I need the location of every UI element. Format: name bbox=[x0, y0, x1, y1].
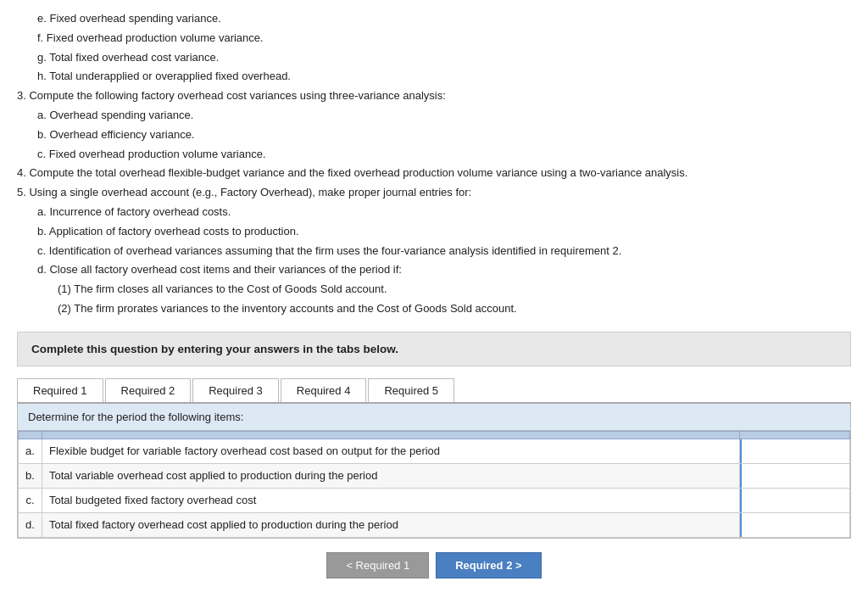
complete-question-banner: Complete this question by entering your … bbox=[17, 332, 851, 366]
row-input-cell-2[interactable] bbox=[740, 488, 850, 512]
instr-line-5a: a. Incurrence of factory overhead costs. bbox=[17, 204, 851, 221]
row-input-cell-0[interactable] bbox=[740, 439, 850, 463]
instr-line-h: h. Total underapplied or overapplied fix… bbox=[17, 68, 851, 86]
navigation-bar: < Required 1 Required 2 > bbox=[17, 552, 851, 578]
row-letter-3: d. bbox=[19, 512, 42, 537]
tab-content-area: Determine for the period the following i… bbox=[17, 404, 851, 539]
banner-text: Complete this question by entering your … bbox=[31, 343, 398, 355]
instr-line-g: g. Total fixed overhead cost variance. bbox=[17, 49, 851, 67]
row-letter-1: b. bbox=[19, 463, 42, 488]
instr-line-5c: c. Identification of overhead variances … bbox=[17, 243, 851, 260]
instr-line-3c: c. Fixed overhead production volume vari… bbox=[17, 146, 851, 164]
table-row: c.Total budgeted fixed factory overhead … bbox=[19, 488, 850, 512]
col-header-description bbox=[42, 431, 740, 439]
prev-button[interactable]: < Required 1 bbox=[326, 552, 429, 578]
data-table-area: a.Flexible budget for variable factory o… bbox=[18, 431, 850, 538]
instr-line-5d: d. Close all factory overhead cost items… bbox=[17, 261, 851, 279]
instr-line-5d2: (2) The firm prorates variances to the i… bbox=[17, 300, 851, 318]
row-input-3[interactable] bbox=[740, 513, 849, 537]
instr-line-5b: b. Application of factory overhead costs… bbox=[17, 223, 851, 241]
instr-line-3a: a. Overhead spending variance. bbox=[17, 107, 851, 125]
instr-line-4: 4. Compute the total overhead flexible-b… bbox=[17, 165, 851, 182]
tab-required-3[interactable]: Required 3 bbox=[192, 378, 279, 402]
row-letter-2: c. bbox=[19, 488, 42, 512]
instr-line-3: 3. Compute the following factory overhea… bbox=[17, 87, 851, 105]
row-label-2: Total budgeted fixed factory overhead co… bbox=[42, 488, 740, 512]
instr-line-f: f. Fixed overhead production volume vari… bbox=[17, 30, 851, 48]
instr-line-5d1: (1) The firm closes all variances to the… bbox=[17, 281, 851, 299]
instr-line-5: 5. Using a single overhead account (e.g.… bbox=[17, 184, 851, 202]
main-table: a.Flexible budget for variable factory o… bbox=[18, 431, 850, 538]
row-label-0: Flexible budget for variable factory ove… bbox=[42, 439, 740, 463]
row-input-2[interactable] bbox=[740, 489, 849, 512]
row-input-cell-1[interactable] bbox=[740, 463, 850, 488]
col-header-letter bbox=[19, 431, 42, 439]
row-label-3: Total fixed factory overhead cost applie… bbox=[42, 512, 740, 537]
tab-description-text: Determine for the period the following i… bbox=[28, 411, 243, 423]
row-input-1[interactable] bbox=[740, 464, 849, 488]
instr-line-e: e. Fixed overhead spending variance. bbox=[17, 10, 851, 28]
instr-line-3b: b. Overhead efficiency variance. bbox=[17, 126, 851, 144]
row-input-cell-3[interactable] bbox=[740, 512, 850, 537]
tab-required-5[interactable]: Required 5 bbox=[368, 378, 454, 402]
table-row: d.Total fixed factory overhead cost appl… bbox=[19, 512, 850, 537]
row-input-0[interactable] bbox=[740, 439, 849, 463]
instructions-section: e. Fixed overhead spending variance. f. … bbox=[17, 10, 851, 318]
table-row: a.Flexible budget for variable factory o… bbox=[19, 439, 850, 463]
table-header-row bbox=[19, 431, 850, 439]
table-body: a.Flexible budget for variable factory o… bbox=[19, 439, 850, 537]
row-label-1: Total variable overhead cost applied to … bbox=[42, 463, 740, 488]
tabs-container: Required 1 Required 2 Required 3 Require… bbox=[17, 378, 851, 404]
next-button[interactable]: Required 2 > bbox=[436, 552, 541, 578]
table-row: b.Total variable overhead cost applied t… bbox=[19, 463, 850, 488]
page-wrapper: e. Fixed overhead spending variance. f. … bbox=[0, 0, 868, 595]
tab-required-4[interactable]: Required 4 bbox=[281, 378, 367, 402]
col-header-amount bbox=[740, 431, 850, 439]
tab-description: Determine for the period the following i… bbox=[18, 404, 850, 431]
tab-required-2[interactable]: Required 2 bbox=[105, 378, 192, 402]
tab-required-1[interactable]: Required 1 bbox=[17, 378, 103, 402]
row-letter-0: a. bbox=[19, 439, 42, 463]
